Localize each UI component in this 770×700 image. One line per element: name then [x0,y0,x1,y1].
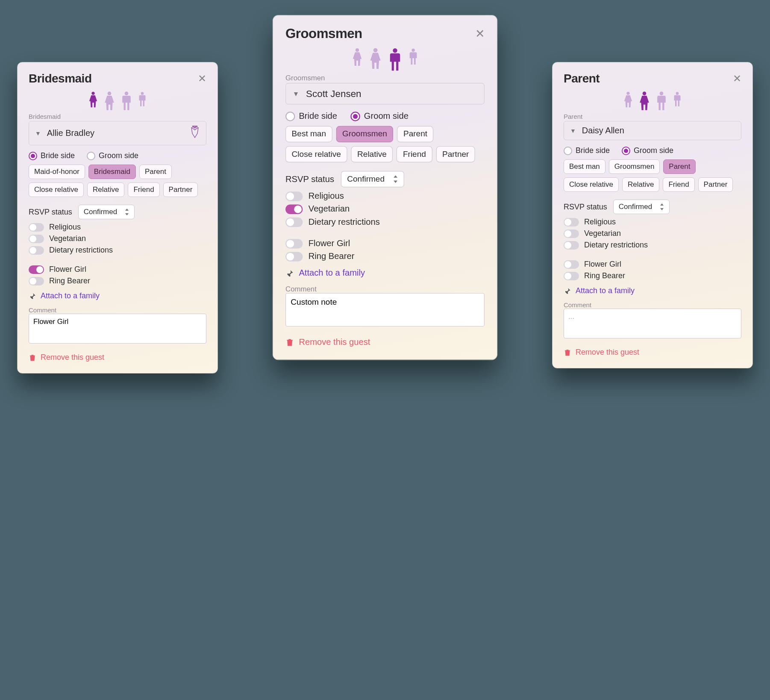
toggle-dietary[interactable] [564,241,579,250]
man-icon[interactable] [656,91,667,110]
rsvp-value: Confirmed [84,208,117,216]
radio-bride-side[interactable]: Bride side [285,111,337,121]
rsvp-label: RSVP status [564,203,607,212]
radio-groom-side[interactable]: Groom side [622,146,673,155]
avatar-picker[interactable] [285,48,485,71]
rsvp-select[interactable]: Confirmed [613,200,670,214]
chip-relative[interactable]: Relative [622,177,659,192]
chip-parent[interactable]: Parent [397,126,433,142]
avatar-picker[interactable] [29,91,206,110]
attach-family-link[interactable]: Attach to a family [41,291,100,300]
chevron-down-icon: ▼ [35,130,41,137]
chip-groomsmen[interactable]: Groomsmen [609,159,660,174]
radio-bride-side[interactable]: Bride side [29,151,75,160]
card-title: Parent [564,72,600,85]
pin-icon [564,287,571,295]
radio-groom-side[interactable]: Groom side [350,111,409,121]
remove-guest-button[interactable]: Remove this guest [41,353,104,362]
rsvp-select[interactable]: Confirmed [341,171,404,187]
name-dropdown[interactable]: ▼ Scott Jensen [285,83,485,104]
man-icon[interactable] [121,91,132,110]
chip-friend[interactable]: Friend [397,146,432,162]
boy-icon[interactable] [673,91,682,107]
radio-groom-side[interactable]: Groom side [87,151,138,160]
chevron-down-icon: ▼ [293,90,300,97]
chip-friend[interactable]: Friend [663,177,694,192]
woman-icon[interactable] [369,48,382,69]
comment-input[interactable] [285,293,485,326]
girl-icon[interactable] [88,91,98,108]
toggle-flowergirl[interactable] [285,239,303,248]
radio-bride-side[interactable]: Bride side [564,146,610,155]
toggle-vegetarian[interactable] [285,204,303,214]
chip-bridesmaid[interactable]: Bridesmaid [88,165,136,179]
attach-family-link[interactable]: Attach to a family [299,268,365,278]
remove-guest-button[interactable]: Remove this guest [299,337,370,347]
man-icon[interactable] [388,48,402,71]
toggle-dietary[interactable] [285,217,303,226]
toggle-ringbearer[interactable] [285,252,303,261]
guest-name: Allie Bradley [47,128,94,138]
chip-friend[interactable]: Friend [128,182,159,197]
rsvp-label: RSVP status [285,174,334,184]
toggle-ringbearer[interactable] [564,272,579,280]
attach-family-link[interactable]: Attach to a family [576,286,635,295]
pin-icon [285,269,294,277]
svg-point-0 [192,126,194,127]
chip-best-man[interactable]: Best man [564,159,605,174]
comment-input[interactable] [564,309,741,338]
toggle-ringbearer[interactable] [29,277,44,285]
woman-icon[interactable] [639,91,650,110]
toggle-flowergirl[interactable] [29,265,44,274]
toggle-dietary[interactable] [29,246,44,255]
chip-parent[interactable]: Parent [139,165,172,179]
chip-parent[interactable]: Parent [663,159,696,174]
toggle-religious[interactable] [285,191,303,201]
toggle-religious[interactable] [29,223,44,232]
chip-partner[interactable]: Partner [436,146,475,162]
guest-card-parent: Parent ✕ Parent ▼ Daisy Allen Bride side… [552,62,753,368]
role-chips: Best man Groomsmen Parent Close relative… [564,159,741,192]
toggle-vegetarian[interactable] [564,229,579,238]
chip-relative[interactable]: Relative [87,182,124,197]
chip-partner[interactable]: Partner [698,177,733,192]
chip-close-relative[interactable]: Close relative [564,177,619,192]
close-icon[interactable]: ✕ [198,74,206,84]
comment-input[interactable] [29,314,206,344]
comment-label: Comment [285,285,485,293]
boy-icon[interactable] [138,91,147,107]
chip-groomsmen[interactable]: Groomsmen [336,126,394,142]
rsvp-select[interactable]: Confirmed [78,205,135,219]
boy-icon[interactable] [409,48,418,65]
role-chips: Maid-of-honor Bridesmaid Parent Close re… [29,165,206,197]
trash-icon [29,353,36,362]
svg-point-1 [194,126,195,127]
card-title: Groomsmen [285,26,362,41]
toggle-flowergirl[interactable] [564,260,579,269]
close-icon[interactable]: ✕ [475,28,485,39]
close-icon[interactable]: ✕ [733,74,741,84]
girl-icon[interactable] [352,48,363,66]
role-label: Parent [564,113,741,120]
pin-icon [29,292,36,300]
name-dropdown[interactable]: ▼ Allie Bradley [29,121,206,145]
name-dropdown[interactable]: ▼ Daisy Allen [564,121,741,140]
sort-icon [393,175,398,183]
toggle-religious[interactable] [564,218,579,226]
chip-best-man[interactable]: Best man [285,126,332,142]
guest-card-bridesmaid: Bridesmaid ✕ Bridesmaid ▼ Allie Bradley … [17,62,218,374]
guest-name: Scott Jensen [306,88,361,99]
chip-close-relative[interactable]: Close relative [29,182,84,197]
girl-icon[interactable] [623,91,633,108]
remove-guest-button[interactable]: Remove this guest [576,348,639,357]
chip-relative[interactable]: Relative [351,146,393,162]
woman-icon[interactable] [104,91,115,110]
chip-partner[interactable]: Partner [163,182,198,197]
toggle-vegetarian[interactable] [29,235,44,243]
chip-close-relative[interactable]: Close relative [285,146,347,162]
svg-point-2 [196,126,197,127]
avatar-picker[interactable] [564,91,741,110]
comment-label: Comment [29,306,206,314]
chip-maid-of-honor[interactable]: Maid-of-honor [29,165,85,179]
trash-icon [564,348,571,357]
